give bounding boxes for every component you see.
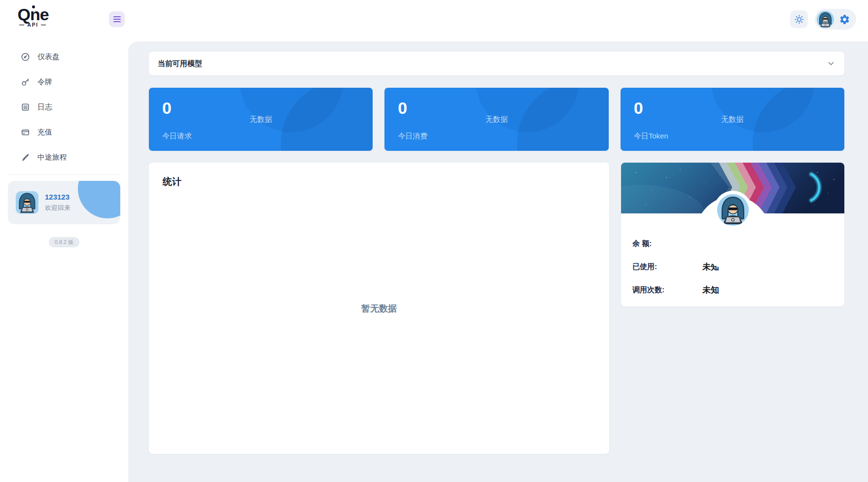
sidebar-toggle-button[interactable] <box>109 11 125 27</box>
sidebar-item-recharge[interactable]: 充值 <box>0 124 128 140</box>
calls-value: 未知 <box>702 284 719 296</box>
stat-value: 0 <box>162 99 172 118</box>
stat-empty-text: 无数据 <box>486 115 508 124</box>
log-list-icon <box>21 103 30 112</box>
sidebar-item-label: 日志 <box>37 103 52 112</box>
stat-label: 今日请求 <box>162 132 192 141</box>
stat-empty-text: 无数据 <box>721 115 743 124</box>
credit-card-icon <box>21 128 30 137</box>
topbar: Qne — API — <box>0 0 868 41</box>
hamburger-icon <box>113 19 121 20</box>
sidebar-item-label: 仪表盘 <box>37 52 60 62</box>
topbar-actions <box>790 9 856 30</box>
theme-toggle-button[interactable] <box>790 10 808 28</box>
no-data-text: 暂无数据 <box>361 303 397 314</box>
stat-card-requests: 0 无数据 今日请求 <box>149 88 373 151</box>
stat-label: 今日消费 <box>398 132 427 141</box>
stat-card-consumption: 0 无数据 今日消费 <box>384 88 608 151</box>
key-icon <box>21 77 30 87</box>
greeting-text: 欢迎回来 <box>45 204 70 212</box>
statistics-title: 统计 <box>163 175 595 188</box>
user-avatar[interactable] <box>817 11 834 28</box>
stat-value: 0 <box>398 99 407 118</box>
sidebar-item-label: 令牌 <box>37 77 52 87</box>
calls-row: 调用次数: 未知 <box>632 284 844 295</box>
main-content: 当前可用模型 0 无数据 今日请求 0 无数据 今日消费 0 无数据 今日Tok… <box>128 41 868 482</box>
sidebar-item-dashboard[interactable]: 仪表盘 <box>0 49 128 65</box>
username: 123123 <box>45 193 70 201</box>
sidebar-user-card[interactable]: 123123 欢迎回来 <box>8 181 120 224</box>
chevron-down-icon[interactable] <box>827 59 835 68</box>
statistics-panel: 统计 暂无数据 <box>149 163 609 454</box>
bottom-row: 统计 暂无数据 <box>149 163 844 454</box>
sidebar-divider <box>8 174 120 175</box>
user-avatar <box>16 191 38 214</box>
gear-icon[interactable] <box>839 14 850 25</box>
balance-label: 余 额: <box>632 239 702 248</box>
available-models-accordion[interactable]: 当前可用模型 <box>149 52 844 75</box>
user-avatar <box>717 194 749 226</box>
dashboard-gauge-icon <box>21 52 30 62</box>
version-badge: 0.8.2 版 <box>49 237 80 247</box>
available-models-label: 当前可用模型 <box>158 59 202 69</box>
sidebar-nav: 仪表盘 令牌 日志 充值 中途旅程 <box>0 41 128 165</box>
sidebar-item-logs[interactable]: 日志 <box>0 99 128 115</box>
stat-label: 今日Token <box>634 132 668 141</box>
stat-value: 0 <box>634 99 643 118</box>
sidebar-item-label: 充值 <box>37 128 52 137</box>
stat-cards-row: 0 无数据 今日请求 0 无数据 今日消费 0 无数据 今日Token <box>149 88 844 151</box>
user-card-text: 123123 欢迎回来 <box>45 193 70 212</box>
hamburger-icon <box>113 16 121 17</box>
hamburger-icon <box>113 21 121 22</box>
account-info-card: 余 额: 未知 已使用: 未知 调用次数: 未知 <box>621 163 844 307</box>
calls-label: 调用次数: <box>632 285 702 295</box>
stat-empty-text: 无数据 <box>250 115 272 124</box>
decorative-circle <box>78 181 120 218</box>
sidebar-item-midjourney[interactable]: 中途旅程 <box>0 149 128 165</box>
sidebar-item-tokens[interactable]: 令牌 <box>0 74 128 90</box>
user-menu[interactable] <box>815 9 856 30</box>
sidebar-item-label: 中途旅程 <box>37 153 67 162</box>
brand-logo: Qne — API — <box>12 5 54 28</box>
sidebar: 仪表盘 令牌 日志 充值 中途旅程 <box>0 41 128 482</box>
sun-icon <box>794 14 804 25</box>
used-label: 已使用: <box>632 262 702 272</box>
brand-name: Qne <box>17 5 48 24</box>
paintbrush-icon <box>21 153 30 162</box>
stat-card-tokens: 0 无数据 今日Token <box>621 88 844 151</box>
